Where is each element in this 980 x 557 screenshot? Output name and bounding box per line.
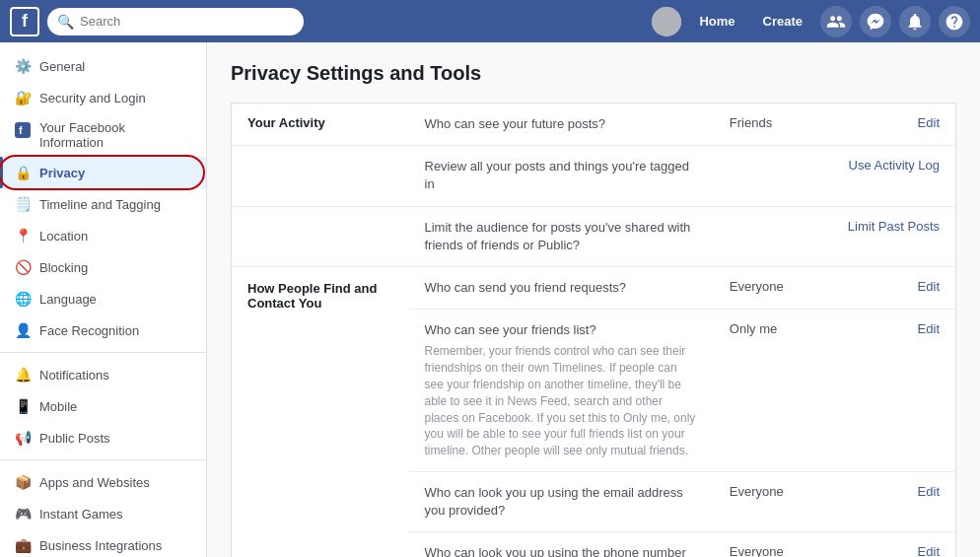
help-icon-button[interactable]: [939, 6, 970, 37]
sidebar-label-blocking: Blocking: [39, 260, 192, 275]
facebook-info-icon: f: [14, 120, 32, 138]
your-activity-review-row: Review all your posts and things you're …: [232, 146, 956, 206]
general-icon: ⚙️: [14, 57, 32, 75]
sidebar-label-notifications: Notifications: [39, 368, 192, 383]
notifications-icon: 🔔: [14, 366, 32, 383]
sidebar-label-facebook-info: Your Facebook Information: [39, 120, 192, 150]
face-recognition-icon: 👤: [14, 321, 32, 339]
sidebar-divider-2: [0, 459, 206, 460]
your-activity-label: Your Activity: [232, 104, 409, 146]
your-activity-future-posts-value: Friends: [714, 104, 832, 146]
facebook-logo: f: [10, 7, 39, 36]
privacy-icon: 🔒: [14, 164, 32, 181]
email-lookup-action-cell: Edit: [832, 471, 956, 531]
your-activity-review-value: [714, 146, 832, 206]
sidebar-item-blocking[interactable]: 🚫 Blocking: [0, 251, 206, 283]
sidebar-item-mobile[interactable]: 📱 Mobile: [0, 390, 206, 422]
page-wrap: ⚙️ General 🔐 Security and Login f Your F…: [0, 42, 980, 557]
instant-games-icon: 🎮: [14, 505, 32, 522]
your-activity-future-posts-desc: Who can see your future posts?: [409, 104, 714, 146]
business-icon: 💼: [14, 536, 32, 554]
sidebar-item-security-login[interactable]: 🔐 Security and Login: [0, 82, 206, 113]
your-activity-header-row: Your Activity Who can see your future po…: [232, 104, 956, 146]
your-activity-limit-action-cell: Limit Past Posts: [832, 206, 956, 266]
sidebar-label-privacy: Privacy: [39, 166, 192, 180]
sidebar-item-face-recognition[interactable]: 👤 Face Recognition: [0, 314, 206, 346]
main-content: Privacy Settings and Tools Your Activity…: [207, 42, 980, 557]
timeline-icon: 🗒️: [14, 195, 32, 213]
svg-text:f: f: [19, 124, 23, 136]
sidebar-divider-1: [0, 352, 206, 353]
friends-list-edit-link[interactable]: Edit: [918, 321, 940, 336]
avatar[interactable]: [652, 7, 681, 36]
sidebar-label-location: Location: [39, 229, 192, 244]
your-activity-limit-row: Limit the audience for posts you've shar…: [232, 206, 956, 266]
home-button[interactable]: Home: [689, 8, 744, 35]
sidebar-label-face-recognition: Face Recognition: [39, 323, 192, 338]
phone-lookup-desc: Who can look you up using the phone numb…: [409, 532, 714, 557]
search-icon: 🔍: [57, 14, 74, 30]
sidebar-item-language[interactable]: 🌐 Language: [0, 283, 206, 314]
sidebar-item-apps-websites[interactable]: 📦 Apps and Websites: [0, 466, 206, 498]
email-lookup-desc: Who can look you up using the email addr…: [409, 471, 714, 531]
sidebar-item-notifications[interactable]: 🔔 Notifications: [0, 359, 206, 390]
sidebar-item-location[interactable]: 📍 Location: [0, 220, 206, 251]
friends-list-action-cell: Edit: [832, 310, 956, 472]
mobile-icon: 📱: [14, 397, 32, 415]
page-title: Privacy Settings and Tools: [231, 62, 956, 85]
settings-table: Your Activity Who can see your future po…: [231, 103, 956, 557]
search-bar: 🔍: [47, 8, 304, 35]
sidebar-label-general: General: [39, 59, 192, 74]
language-icon: 🌐: [14, 290, 32, 308]
svg-rect-0: [15, 122, 31, 138]
sidebar: ⚙️ General 🔐 Security and Login f Your F…: [0, 42, 207, 557]
your-activity-limit-desc: Limit the audience for posts you've shar…: [409, 206, 714, 266]
public-posts-icon: 📢: [14, 429, 32, 447]
sidebar-item-privacy[interactable]: 🔒 Privacy: [0, 157, 206, 188]
sidebar-item-general[interactable]: ⚙️ General: [0, 50, 206, 82]
your-activity-review-desc: Review all your posts and things you're …: [409, 146, 714, 206]
your-activity-limit-value: [714, 206, 832, 266]
blocking-icon: 🚫: [14, 258, 32, 276]
friends-list-desc-cell: Who can see your friends list? Remember,…: [409, 310, 714, 472]
activity-log-link[interactable]: Use Activity Log: [849, 158, 941, 173]
sidebar-item-public-posts[interactable]: 📢 Public Posts: [0, 422, 206, 453]
sidebar-label-instant-games: Instant Games: [39, 507, 192, 522]
sidebar-label-timeline: Timeline and Tagging: [39, 197, 192, 212]
sidebar-label-public-posts: Public Posts: [39, 431, 192, 446]
create-button[interactable]: Create: [753, 8, 812, 35]
friend-requests-value: Everyone: [714, 266, 832, 309]
future-posts-edit-link[interactable]: Edit: [918, 115, 940, 130]
apps-icon: 📦: [14, 473, 32, 491]
phone-lookup-action-cell: Edit: [832, 532, 956, 557]
phone-lookup-value: Everyone: [714, 532, 832, 557]
your-activity-empty-label2: [232, 206, 409, 266]
location-icon: 📍: [14, 227, 32, 244]
email-lookup-edit-link[interactable]: Edit: [918, 484, 940, 499]
sidebar-label-security-login: Security and Login: [39, 91, 192, 105]
phone-lookup-edit-link[interactable]: Edit: [918, 544, 940, 557]
sidebar-item-business-integrations[interactable]: 💼 Business Integrations: [0, 529, 206, 557]
top-navigation: f 🔍 Home Create: [0, 0, 980, 42]
notifications-icon-button[interactable]: [899, 6, 931, 37]
friends-list-note: Remember, your friends control who can s…: [425, 343, 698, 459]
sidebar-item-facebook-info[interactable]: f Your Facebook Information: [0, 113, 206, 157]
security-icon: 🔐: [14, 89, 32, 106]
your-activity-review-action-cell: Use Activity Log: [832, 146, 956, 206]
sidebar-item-timeline-tagging[interactable]: 🗒️ Timeline and Tagging: [0, 188, 206, 220]
sidebar-label-language: Language: [39, 292, 192, 307]
sidebar-label-apps-websites: Apps and Websites: [39, 475, 192, 490]
sidebar-label-business: Business Integrations: [39, 538, 192, 553]
find-contact-label: How People Find and Contact You: [232, 266, 409, 557]
friend-requests-edit-link[interactable]: Edit: [918, 279, 940, 294]
your-activity-empty-label: [232, 146, 409, 206]
friends-icon-button[interactable]: [820, 6, 852, 37]
sidebar-item-instant-games[interactable]: 🎮 Instant Games: [0, 498, 206, 529]
find-contact-header-row: How People Find and Contact You Who can …: [232, 266, 956, 309]
friends-list-desc: Who can see your friends list?: [425, 322, 596, 337]
friend-requests-desc: Who can send you friend requests?: [409, 266, 714, 309]
your-activity-future-posts-action-cell: Edit: [832, 104, 956, 146]
search-input[interactable]: [80, 14, 294, 29]
limit-past-posts-link[interactable]: Limit Past Posts: [848, 219, 940, 234]
messenger-icon-button[interactable]: [860, 6, 891, 37]
